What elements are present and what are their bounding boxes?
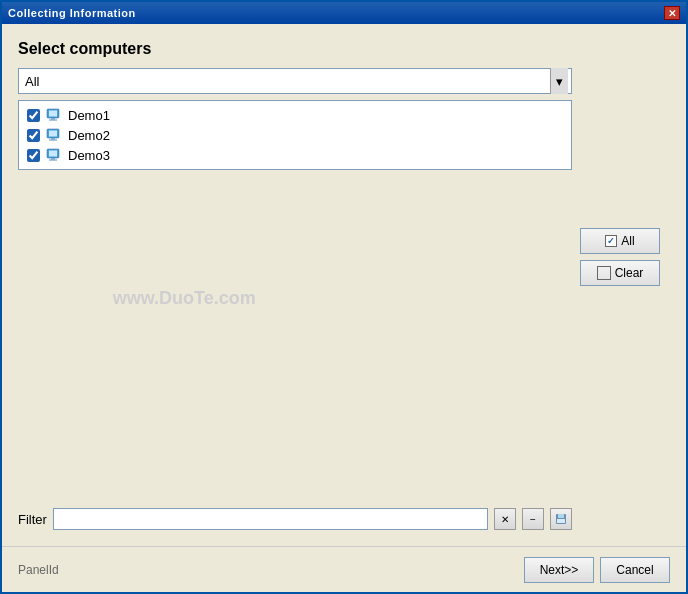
computer-group-dropdown[interactable]: All Demo1 Demo2 Demo3 ▾ <box>18 68 572 94</box>
demo2-checkbox[interactable] <box>27 129 40 142</box>
all-btn-label: All <box>621 234 634 248</box>
list-item: Demo2 <box>23 125 567 145</box>
next-btn-label: Next>> <box>540 563 579 577</box>
svg-rect-14 <box>557 519 565 523</box>
svg-rect-7 <box>49 140 57 141</box>
close-button[interactable]: ✕ <box>664 6 680 20</box>
filter-row: Filter ✕ − <box>18 508 572 530</box>
filter-label: Filter <box>18 512 47 527</box>
clear-button[interactable]: Clear <box>580 260 660 286</box>
titlebar: Collecting Information ✕ <box>2 2 686 24</box>
demo1-checkbox[interactable] <box>27 109 40 122</box>
right-panel: ✓ All Clear <box>580 68 670 530</box>
content-area: Select computers All Demo1 Demo2 Demo3 ▾ <box>2 24 686 546</box>
next-button[interactable]: Next>> <box>524 557 594 583</box>
cancel-btn-label: Cancel <box>616 563 653 577</box>
filter-save-btn[interactable] <box>550 508 572 530</box>
main-window: Collecting Information ✕ Select computer… <box>0 0 688 594</box>
svg-rect-3 <box>49 120 57 121</box>
demo1-label: Demo1 <box>68 108 110 123</box>
computer-icon <box>46 107 62 123</box>
demo3-label: Demo3 <box>68 148 110 163</box>
main-area: All Demo1 Demo2 Demo3 ▾ <box>18 68 670 530</box>
all-check-icon: ✓ <box>605 235 617 247</box>
window-title: Collecting Information <box>8 7 136 19</box>
svg-rect-2 <box>51 118 55 120</box>
footer: PanelId Next>> Cancel <box>2 546 686 592</box>
left-panel: All Demo1 Demo2 Demo3 ▾ <box>18 68 572 530</box>
all-button[interactable]: ✓ All <box>580 228 660 254</box>
svg-rect-9 <box>49 151 57 157</box>
svg-rect-6 <box>51 138 55 140</box>
svg-rect-10 <box>51 158 55 160</box>
section-title: Select computers <box>18 40 670 58</box>
filter-clear-btn[interactable]: ✕ <box>494 508 516 530</box>
filter-input[interactable] <box>53 508 488 530</box>
filter-minus-btn[interactable]: − <box>522 508 544 530</box>
computer-icon <box>46 147 62 163</box>
list-item: Demo3 <box>23 145 567 165</box>
computer-list: Demo1 <box>18 100 572 170</box>
computer-group-select[interactable]: All Demo1 Demo2 Demo3 <box>18 68 572 94</box>
watermark: www.DuoTe.com <box>113 288 256 309</box>
panel-id-label: PanelId <box>18 563 59 577</box>
list-area-wrapper: Demo1 <box>18 100 572 496</box>
svg-rect-13 <box>558 514 564 518</box>
svg-rect-5 <box>49 131 57 137</box>
cancel-button[interactable]: Cancel <box>600 557 670 583</box>
clear-check-icon <box>597 266 611 280</box>
demo3-checkbox[interactable] <box>27 149 40 162</box>
list-item: Demo1 <box>23 105 567 125</box>
clear-btn-label: Clear <box>615 266 644 280</box>
computer-icon <box>46 127 62 143</box>
footer-buttons: Next>> Cancel <box>524 557 670 583</box>
demo2-label: Demo2 <box>68 128 110 143</box>
svg-rect-1 <box>49 111 57 117</box>
svg-rect-11 <box>49 160 57 161</box>
